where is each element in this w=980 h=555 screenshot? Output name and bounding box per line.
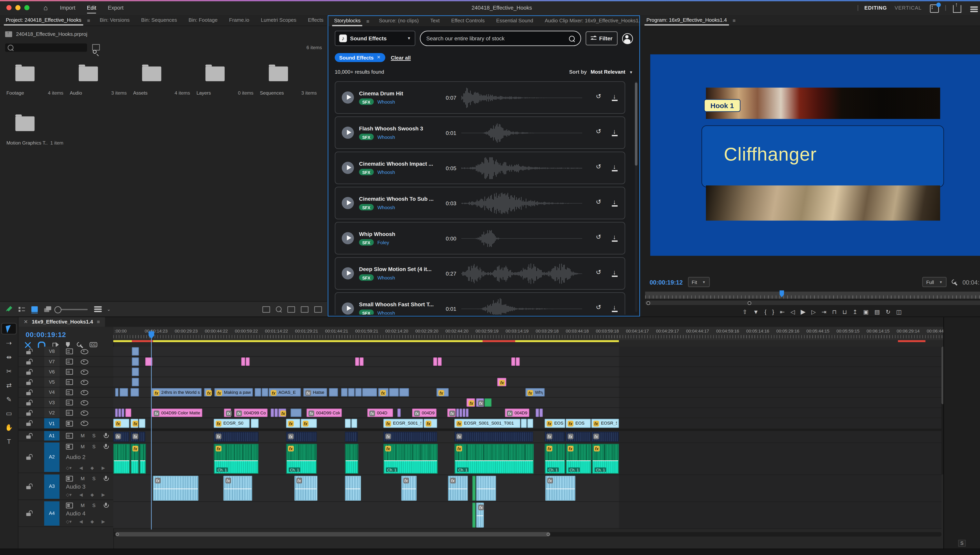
clip[interactable] bbox=[246, 358, 250, 366]
add-marker-button[interactable]: ▼ bbox=[753, 308, 759, 316]
toggle-track-output-icon[interactable] bbox=[80, 349, 88, 354]
proxy-button[interactable]: ▣ bbox=[863, 308, 869, 316]
toggle-track-output-icon[interactable] bbox=[80, 369, 88, 374]
clip[interactable]: fx bbox=[130, 444, 139, 474]
keyframe-type-icon[interactable]: ◇▾ bbox=[66, 519, 72, 524]
solo-button[interactable]: S bbox=[92, 475, 95, 481]
step-forward-button[interactable]: ▷ bbox=[811, 308, 816, 316]
clip-making-a-pawn-th[interactable]: Making a pawn thfx bbox=[214, 388, 253, 396]
clip[interactable]: fx bbox=[113, 419, 129, 428]
lift-button[interactable]: ⊓ bbox=[832, 308, 837, 316]
clip[interactable] bbox=[329, 388, 338, 396]
track-lane-v6[interactable] bbox=[113, 367, 941, 377]
track-lane-v7[interactable] bbox=[113, 357, 941, 367]
sound-result-card[interactable]: Small Whoosh Fast Short T...SFXWhoosh0:0… bbox=[335, 292, 625, 314]
clip[interactable] bbox=[271, 409, 274, 417]
download-icon[interactable] bbox=[611, 234, 618, 242]
bin-footage[interactable]: Footage4 items bbox=[6, 63, 70, 96]
source-patch-icon[interactable] bbox=[66, 433, 73, 439]
clip[interactable]: fx bbox=[424, 419, 437, 428]
clip[interactable]: fx bbox=[286, 419, 300, 428]
clip-eosr[interactable]: EOSRfx bbox=[545, 419, 565, 428]
play-button[interactable]: ▶ bbox=[801, 308, 806, 316]
toggle-track-output-icon[interactable] bbox=[80, 421, 88, 426]
clip[interactable]: fx bbox=[476, 503, 484, 528]
tab-project-240418-effective-hooks[interactable]: Project: 240418_Effective_Hooks bbox=[0, 15, 87, 26]
prev-keyframe-icon[interactable]: ◀ bbox=[79, 465, 83, 470]
track-lane-v1[interactable]: fxfxEOSR_S0fxfxfxEOSR_S001_S0fxfxEOSR_S0… bbox=[113, 418, 941, 429]
timeline-ruler[interactable]: :00:0000:00:14:2300:00:29:2300:00:44:220… bbox=[113, 327, 944, 340]
clip[interactable]: fx bbox=[204, 388, 211, 396]
clip-004d99[interactable]: 004D99fx bbox=[412, 409, 436, 417]
clip[interactable] bbox=[132, 358, 139, 366]
program-video-frame[interactable]: Hook 1 Cliffhanger bbox=[650, 55, 980, 256]
clip[interactable] bbox=[476, 476, 496, 500]
clip[interactable] bbox=[397, 409, 401, 417]
source-patch-icon[interactable] bbox=[66, 359, 73, 364]
clip[interactable]: fx bbox=[214, 431, 259, 442]
freeform-view-icon[interactable] bbox=[44, 306, 52, 312]
bin-sequences[interactable]: Sequences3 items bbox=[260, 63, 323, 96]
voiceover-record-icon[interactable] bbox=[103, 433, 108, 439]
close-icon[interactable]: ✕ bbox=[24, 319, 28, 325]
go-to-in-button[interactable]: ⇤ bbox=[780, 308, 785, 316]
play-button[interactable] bbox=[342, 127, 354, 139]
clip[interactable] bbox=[241, 358, 245, 366]
solo-button[interactable]: S bbox=[92, 502, 95, 508]
icon-view-icon[interactable] bbox=[31, 306, 38, 312]
clip[interactable] bbox=[472, 476, 475, 500]
track-lane-v3[interactable]: fxfx bbox=[113, 398, 941, 408]
clip[interactable] bbox=[528, 419, 533, 428]
clip[interactable] bbox=[132, 368, 139, 376]
clip[interactable] bbox=[122, 409, 124, 417]
download-icon[interactable] bbox=[611, 200, 618, 207]
keyframe-type-icon[interactable]: ◇▾ bbox=[66, 465, 72, 470]
zoom-level-dropdown[interactable]: Fit ▼ bbox=[688, 277, 709, 287]
clip-ch-1[interactable]: Ch. 1fx bbox=[454, 444, 534, 474]
track-target-v2[interactable]: V2 bbox=[44, 408, 60, 417]
add-keyframe-icon[interactable]: ◆ bbox=[90, 492, 94, 497]
clip[interactable]: fx bbox=[467, 398, 475, 407]
source-patch-icon[interactable] bbox=[66, 420, 73, 426]
playhead-line[interactable] bbox=[151, 330, 152, 529]
tab-bin-versions[interactable]: Bin: Versions bbox=[94, 15, 135, 26]
chevron-down-icon[interactable]: ⌄ bbox=[107, 307, 111, 312]
mute-button[interactable]: M bbox=[80, 475, 84, 481]
mark-out-button[interactable]: } bbox=[772, 308, 774, 316]
clip[interactable] bbox=[463, 409, 465, 417]
automate-to-sequence-icon[interactable] bbox=[262, 306, 270, 312]
download-icon[interactable] bbox=[611, 164, 618, 172]
track-target-a4[interactable]: A4 bbox=[44, 501, 60, 525]
clip-ch-1[interactable]: Ch. 1fx bbox=[286, 444, 317, 474]
clip[interactable]: fx bbox=[130, 419, 138, 428]
account-avatar[interactable] bbox=[622, 33, 633, 44]
progress-dashboard-icon[interactable] bbox=[970, 3, 978, 12]
clip[interactable] bbox=[132, 347, 139, 355]
track-header-v6[interactable]: V6 bbox=[19, 367, 113, 377]
next-keyframe-icon[interactable]: ▶ bbox=[101, 519, 105, 524]
source-patch-icon[interactable] bbox=[66, 410, 73, 415]
find-similar-icon[interactable] bbox=[596, 164, 603, 172]
track-header-v4[interactable]: V4 bbox=[19, 388, 113, 398]
timeline-horizontal-scrollbar[interactable] bbox=[113, 532, 941, 537]
source-patch-icon[interactable] bbox=[66, 348, 73, 354]
download-icon[interactable] bbox=[611, 94, 618, 101]
find-similar-icon[interactable] bbox=[596, 200, 603, 207]
sound-effects-filter-chip[interactable]: Sound Effects ✕ bbox=[335, 53, 385, 62]
tool-selection[interactable] bbox=[2, 324, 16, 334]
extract-button[interactable]: ⊔ bbox=[842, 308, 847, 316]
thumbnail-zoom-slider[interactable] bbox=[58, 309, 88, 310]
filter-button[interactable]: Filter bbox=[586, 31, 618, 45]
new-item-icon[interactable] bbox=[301, 306, 309, 312]
workspace-editing[interactable]: EDITING bbox=[864, 5, 887, 10]
clip-eosr-s001-[interactable]: EOSR_S001_fx bbox=[591, 419, 619, 428]
play-button[interactable] bbox=[342, 267, 354, 279]
add-keyframe-icon[interactable]: ◆ bbox=[90, 465, 94, 470]
find-similar-icon[interactable] bbox=[596, 129, 603, 136]
menu-item-edit[interactable]: Edit bbox=[87, 3, 96, 13]
mute-button[interactable]: M bbox=[80, 433, 84, 439]
tool-track-select-forward[interactable]: ⇢ bbox=[2, 338, 16, 348]
voiceover-record-icon[interactable] bbox=[103, 475, 108, 481]
program-zoom-bar[interactable] bbox=[645, 301, 980, 305]
clip[interactable] bbox=[351, 419, 357, 428]
